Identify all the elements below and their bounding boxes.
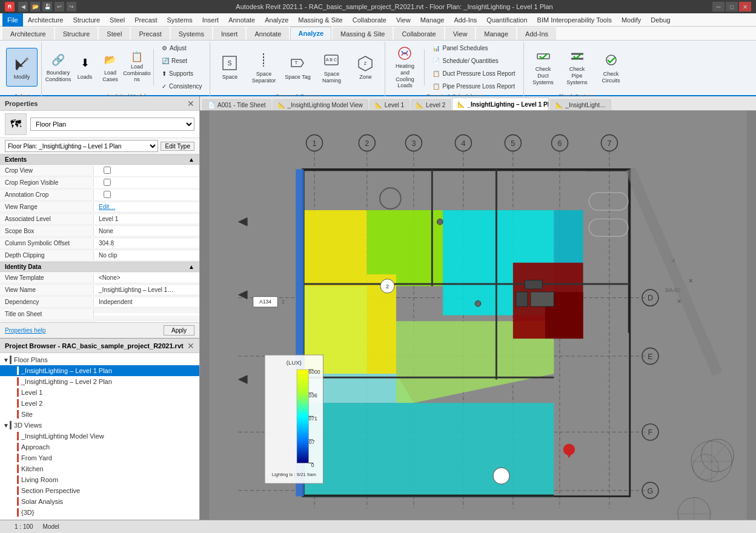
minimize-button[interactable]: ─ bbox=[712, 2, 724, 12]
consistency-button[interactable]: ✓ Consistency bbox=[158, 80, 206, 92]
menu-massing[interactable]: Massing & Site bbox=[293, 13, 347, 27]
tree-toggle-floor-plans[interactable]: ▼ bbox=[2, 357, 10, 363]
tree-item-insight-level2[interactable]: _InsightLighting – Level 2 Plan bbox=[0, 376, 199, 387]
space-naming-button[interactable]: A B C Space Naming bbox=[316, 48, 347, 87]
tab-systems[interactable]: Systems bbox=[171, 27, 212, 40]
tree-item-section-perspective[interactable]: Section Perspective bbox=[0, 485, 199, 496]
tab-level1[interactable]: 📐 Level 1 bbox=[370, 99, 409, 110]
load-combinations-button[interactable]: 📋 Load Combinations bbox=[124, 50, 150, 85]
tab-view[interactable]: View bbox=[445, 27, 476, 40]
edit-type-button[interactable]: Edit Type bbox=[161, 142, 194, 151]
menu-collaborate[interactable]: Collaborate bbox=[348, 13, 391, 27]
canvas-view[interactable]: 1 2 3 4 5 6 7 bbox=[200, 111, 756, 520]
extents-section-header[interactable]: Extents ▲ bbox=[0, 154, 199, 165]
crop-view-checkbox[interactable] bbox=[104, 167, 111, 174]
tree-toggle-3dviews[interactable]: ▼ bbox=[2, 422, 10, 429]
reset-button[interactable]: 🔄 Reset bbox=[158, 55, 206, 67]
menu-modify[interactable]: Modify bbox=[617, 13, 646, 27]
browser-close-button[interactable]: ✕ bbox=[187, 341, 194, 351]
space-button[interactable]: S Space bbox=[214, 48, 245, 87]
adjust-button[interactable]: ⚙ Adjust bbox=[158, 42, 206, 54]
identity-section-header[interactable]: Identity Data ▲ bbox=[0, 262, 199, 272]
tab-level2[interactable]: 📐 Level 2 bbox=[411, 99, 451, 110]
tab-structure[interactable]: Structure bbox=[55, 27, 98, 40]
supports-button[interactable]: ⬆ Supports bbox=[158, 67, 206, 79]
pipe-pressure-button[interactable]: 📋 Pipe Pressure Loss Report bbox=[428, 80, 519, 92]
close-button[interactable]: ✕ bbox=[739, 2, 751, 12]
tab-annotate[interactable]: Annotate bbox=[247, 27, 289, 40]
title-bar-actions[interactable]: ◀ 📂 💾 ↩ ↪ bbox=[18, 2, 76, 12]
menu-analyze[interactable]: Analyze bbox=[260, 13, 293, 27]
menu-quantification[interactable]: Quantification bbox=[482, 13, 532, 27]
check-pipe-button[interactable]: Check Pipe Systems bbox=[562, 48, 593, 87]
tab-architecture[interactable]: Architecture bbox=[2, 27, 54, 40]
menu-architecture[interactable]: Architecture bbox=[23, 13, 68, 27]
heating-cooling-button[interactable]: Heating and Cooling Loads bbox=[389, 48, 420, 87]
panel-schedules-button[interactable]: 📊 Panel Schedules bbox=[428, 42, 519, 54]
tab-massing[interactable]: Massing & Site bbox=[333, 27, 393, 40]
duct-pressure-button[interactable]: 📋 Duct Pressure Loss Report bbox=[428, 67, 519, 79]
window-buttons[interactable]: ─ □ ✕ bbox=[712, 2, 751, 12]
open-btn[interactable]: 📂 bbox=[30, 2, 40, 12]
menu-view[interactable]: View bbox=[391, 13, 416, 27]
check-circuits-button[interactable]: Check Circuits bbox=[595, 48, 627, 87]
schedule-quantities-button[interactable]: 📄 Schedule/ Quantities bbox=[428, 55, 519, 67]
tree-item-level2[interactable]: Level 2 bbox=[0, 398, 199, 409]
tree-item-solar-analysis[interactable]: Solar Analysis bbox=[0, 496, 199, 507]
tab-analyze[interactable]: Analyze bbox=[290, 27, 331, 40]
menu-addins[interactable]: Add-Ins bbox=[449, 13, 482, 27]
view-range-value[interactable]: Edit… bbox=[94, 202, 199, 211]
tab-insight-model[interactable]: 📐 _InsightLighting Model View bbox=[273, 99, 368, 110]
apply-button[interactable]: Apply bbox=[164, 325, 194, 336]
crop-region-checkbox[interactable] bbox=[104, 179, 111, 186]
tree-item-insight-model[interactable]: _InsightLighting Model View bbox=[0, 431, 199, 442]
modify-button[interactable]: Modify bbox=[6, 48, 38, 87]
menu-annotate[interactable]: Annotate bbox=[224, 13, 260, 27]
tree-item-from-yard[interactable]: From Yard bbox=[0, 452, 199, 463]
tree-item-insight-level1[interactable]: _InsightLighting – Level 1 Plan bbox=[0, 365, 199, 376]
tree-item-living-room[interactable]: Living Room bbox=[0, 474, 199, 485]
check-duct-button[interactable]: Check Duct Systems bbox=[528, 48, 559, 87]
tree-item-3d[interactable]: {3D} bbox=[0, 507, 199, 518]
undo-btn[interactable]: ↩ bbox=[55, 2, 64, 12]
menu-insert[interactable]: Insert bbox=[197, 13, 224, 27]
tab-steel[interactable]: Steel bbox=[99, 27, 130, 40]
quick-access-btn[interactable]: ◀ bbox=[18, 2, 28, 12]
tab-insert[interactable]: Insert bbox=[213, 27, 246, 40]
menu-precast[interactable]: Precast bbox=[130, 13, 162, 27]
save-btn[interactable]: 💾 bbox=[42, 2, 52, 12]
tab-addins[interactable]: Add-Ins bbox=[517, 27, 556, 40]
tree-item-level1[interactable]: Level 1 bbox=[0, 387, 199, 398]
tab-collaborate[interactable]: Collaborate bbox=[394, 27, 443, 40]
menu-structure[interactable]: Structure bbox=[68, 13, 105, 27]
menu-steel[interactable]: Steel bbox=[105, 13, 130, 27]
annotation-crop-checkbox[interactable] bbox=[104, 191, 111, 198]
menu-systems[interactable]: Systems bbox=[162, 13, 197, 27]
load-cases-button[interactable]: 📂 Load Cases bbox=[99, 50, 122, 85]
tab-insight-extra[interactable]: 📐 _InsightLight… bbox=[550, 99, 611, 110]
tree-item-approach[interactable]: Approach bbox=[0, 442, 199, 452]
menu-file[interactable]: File bbox=[2, 13, 23, 27]
space-separator-button[interactable]: Space Separator bbox=[248, 48, 279, 87]
space-tag-button[interactable]: T Space Tag bbox=[282, 48, 313, 87]
properties-close-button[interactable]: ✕ bbox=[187, 99, 194, 108]
tab-a001[interactable]: 📄 A001 - Title Sheet bbox=[202, 99, 271, 110]
tab-manage[interactable]: Manage bbox=[476, 27, 516, 40]
tree-group-3dviews[interactable]: ▼ 3D Views bbox=[0, 420, 199, 431]
tree-item-kitchen[interactable]: Kitchen bbox=[0, 463, 199, 474]
type-select[interactable]: Floor Plan bbox=[30, 118, 194, 131]
maximize-button[interactable]: □ bbox=[726, 2, 738, 12]
tab-insight-plan[interactable]: 📐 _InsightLighting – Level 1 Plan ✕ bbox=[452, 98, 549, 110]
view-plan-select[interactable]: Floor Plan: _InsightLighting – Level 1 P… bbox=[5, 140, 158, 152]
tree-item-site[interactable]: Site bbox=[0, 409, 199, 420]
redo-btn[interactable]: ↪ bbox=[67, 2, 76, 12]
tree-group-floor-plans[interactable]: ▼ Floor Plans bbox=[0, 354, 199, 365]
zone-button[interactable]: Z Zone bbox=[350, 48, 381, 87]
properties-help-link[interactable]: Properties help bbox=[5, 327, 45, 334]
tab-precast[interactable]: Precast bbox=[131, 27, 169, 40]
menu-bim[interactable]: BIM Interoperability Tools bbox=[532, 13, 617, 27]
menu-manage[interactable]: Manage bbox=[416, 13, 449, 27]
menu-debug[interactable]: Debug bbox=[646, 13, 675, 27]
boundary-conditions-button[interactable]: 🔗 Boundary Conditions bbox=[45, 50, 71, 85]
loads-button[interactable]: ⬇ Loads bbox=[73, 50, 96, 85]
